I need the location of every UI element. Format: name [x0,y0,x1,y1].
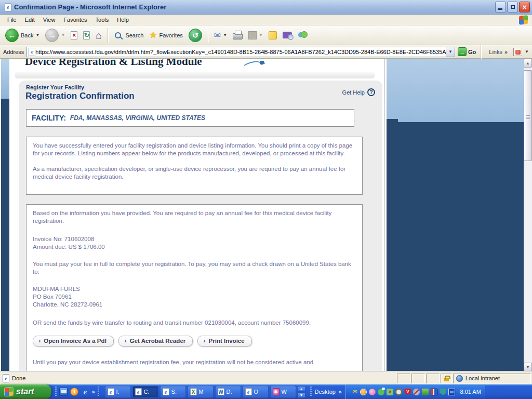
scroll-down-button[interactable]: ▼ [524,363,532,371]
menu-edit[interactable]: Edit [21,15,39,24]
get-acrobat-label: Get Acrobat Reader [130,338,186,344]
get-help-link[interactable]: Get Help ? [342,88,375,96]
tray-disabled-icon[interactable] [413,389,420,395]
tray-key-icon[interactable] [395,389,402,395]
taskbar-clock[interactable]: 8:01 AM [460,389,481,395]
tray-antivirus-shield-icon[interactable]: V [404,389,411,395]
address-url[interactable]: https://www.accesstest.fda.gov/drlm/drlm… [35,49,446,55]
status-page-icon: e [3,374,9,382]
tray-offline-contacts-icon[interactable]: × [387,389,393,395]
taskbar-scroll-up-icon[interactable]: ▲ [298,386,305,392]
addon-icon[interactable] [513,48,522,56]
history-button[interactable]: ↺ [187,28,204,43]
taskbar-scroll-down-icon[interactable]: ▼ [298,392,305,398]
scroll-up-button[interactable]: ▲ [524,59,532,68]
ie-window-icon: e [5,3,11,11]
task-button[interactable]: X M [188,386,214,398]
tray-swirl-icon[interactable] [369,389,376,395]
tray-security-shield-icon[interactable] [440,389,446,395]
minimize-button[interactable] [495,2,506,12]
task-button[interactable]: ✱ W [270,386,296,398]
addon-dropdown-icon[interactable]: ▼ [525,49,529,54]
toolbar-separator [108,28,108,43]
search-button[interactable]: Search [112,30,145,41]
taskbar: start e » e I. e C. e S. X M W D. e [0,384,532,399]
mail-button[interactable]: ✉ ▼ [212,30,229,41]
padlock-icon [444,378,449,381]
messenger-button[interactable] [296,30,310,41]
vertical-scrollbar[interactable]: ▲ ▼ [524,59,532,371]
tray-clock-icon[interactable] [360,389,367,395]
tray-messenger-status-icon[interactable] [378,389,384,395]
task-button-active[interactable]: e C. [132,386,158,398]
go-button[interactable]: → Go [458,47,476,56]
facility-value: FDA, MANASSAS, VIRGINIA, UNITED STATES [70,114,205,122]
address-dropdown-button[interactable]: ▼ [446,47,455,57]
print-icon [233,33,243,39]
show-desktop-icon[interactable] [59,388,68,396]
history-icon: ↺ [189,29,202,42]
title-bar: e Confirmation Page - Microsoft Internet… [0,0,532,15]
toolbar-grip[interactable] [310,387,312,397]
quick-launch-clock-icon[interactable] [70,388,78,396]
page-title: Registration Confirmation [25,91,135,101]
tray-display-icon[interactable] [448,389,455,395]
stop-button[interactable]: × [69,30,79,41]
refresh-button[interactable]: ↻ [81,30,92,41]
links-label: Links [489,49,502,55]
favorites-button[interactable]: ★ Favorites [147,30,185,41]
breadcrumb: Register Your Facility [26,84,84,90]
excel-task-icon: X [190,388,197,395]
links-toolbar[interactable]: Links » [486,49,511,55]
mail-dropdown-icon[interactable]: ▼ [223,33,227,37]
task-label: O [254,389,259,395]
back-dropdown-icon[interactable]: ▼ [35,33,39,37]
back-button[interactable]: ← Back ▼ [3,28,42,43]
status-bar: e Done Local intranet [0,371,532,384]
addressbar-separator [481,45,481,59]
menu-view[interactable]: View [39,15,60,24]
task-button[interactable]: e O [243,386,269,398]
print-button[interactable] [231,30,245,41]
toolbar-grip[interactable] [98,387,99,397]
menu-help[interactable]: Help [113,15,133,24]
browser-viewport: Device Registration & Listing Module Reg… [0,59,532,371]
restore-button[interactable] [507,2,518,12]
quick-launch-ie-icon[interactable]: e [81,388,89,396]
tray-mail-icon[interactable]: ✉ [351,389,358,395]
forward-button[interactable]: → ▼ [43,28,67,43]
tray-flag-icon[interactable] [431,389,437,395]
home-button[interactable]: ⌂ [94,29,104,42]
stop-icon: × [71,31,77,39]
close-button[interactable]: × [519,2,530,12]
menu-tools[interactable]: Tools [91,15,113,24]
footer-paragraph: Until you pay your device establishment … [33,358,356,366]
address-input[interactable]: e https://www.accesstest.fda.gov/drlm/dr… [26,47,455,57]
research-book-icon [283,32,292,38]
edit-dropdown-icon: ▼ [259,33,263,37]
task-button[interactable]: e I. [105,386,131,398]
research-button[interactable] [281,31,294,39]
task-label: M [199,389,204,395]
links-chevron-icon[interactable]: » [504,49,508,55]
menu-favorites[interactable]: Favorites [59,15,91,24]
desktop-chevron-icon[interactable]: » [339,389,342,395]
get-acrobat-reader-button[interactable]: › Get Acrobat Reader [118,336,193,347]
tray-device-icon[interactable] [422,389,429,395]
open-invoice-pdf-button[interactable]: › Open Invoice As a Pdf [33,336,114,347]
discuss-button[interactable] [267,30,279,41]
scrollbar-thumb[interactable] [524,70,532,161]
menu-file[interactable]: File [3,15,21,24]
toolbar-grip[interactable] [55,387,57,397]
print-invoice-button[interactable]: › Print Invoice [197,336,251,347]
restore-icon [511,5,515,9]
task-button[interactable]: W D. [215,386,241,398]
edit-button: ▼ [246,30,265,41]
chevron-right-icon: › [124,338,126,343]
quick-launch-chevron-icon[interactable]: » [92,389,95,395]
task-button[interactable]: e S. [160,386,186,398]
pay-instructions: You must pay your fee in full to complet… [33,260,356,276]
start-button[interactable]: start [0,384,51,399]
intranet-globe-icon [456,375,463,382]
status-panel [426,374,440,383]
